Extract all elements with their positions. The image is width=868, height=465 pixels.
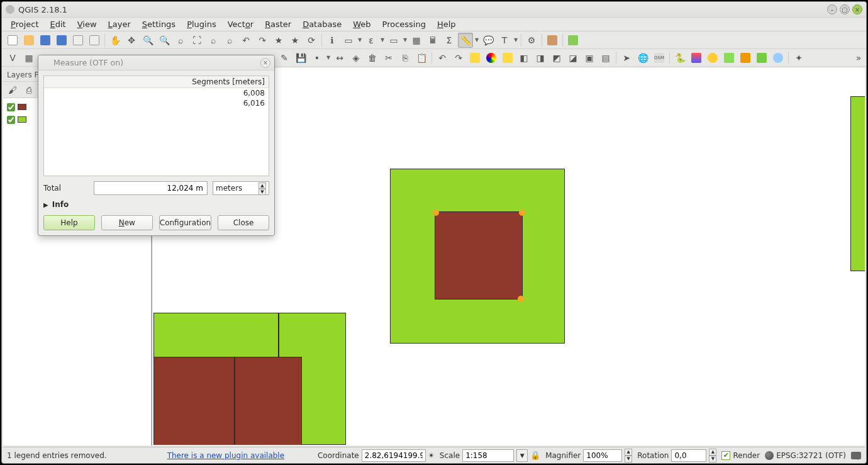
label-icon[interactable] <box>467 50 482 65</box>
close-button[interactable]: Close <box>218 215 269 230</box>
plugin-n-icon[interactable] <box>771 50 786 65</box>
layer-visibility-checkbox[interactable] <box>7 116 15 124</box>
style-manager-icon[interactable]: 🖌 <box>6 84 19 96</box>
statistics-icon[interactable]: Σ <box>442 33 457 48</box>
tool-c-icon[interactable]: ◧ <box>516 50 531 65</box>
layer-visibility-checkbox[interactable] <box>7 103 15 111</box>
style-icon[interactable] <box>484 50 499 65</box>
copy-icon[interactable]: ⎘ <box>398 50 413 65</box>
zoom-full-icon[interactable]: ⛶ <box>189 33 204 48</box>
select-expression-icon[interactable]: ε <box>364 33 379 48</box>
info-expander[interactable]: ▶ Info <box>43 200 269 209</box>
new-button[interactable]: New <box>101 215 153 230</box>
deselect-dropdown-icon[interactable]: ▼ <box>402 37 408 43</box>
tool-g-icon[interactable]: ▣ <box>582 50 597 65</box>
menu-raster[interactable]: Raster <box>260 18 296 30</box>
magnifier-spinner[interactable]: ▲▼ <box>625 449 632 462</box>
show-bookmarks-icon[interactable]: ★ <box>287 33 303 48</box>
zoom-last-icon[interactable]: ↶ <box>238 33 253 48</box>
menu-view[interactable]: View <box>72 18 102 30</box>
add-feature-dd-icon[interactable]: ▼ <box>325 55 331 60</box>
measure-icon[interactable]: 📏 <box>458 33 473 48</box>
label2-icon[interactable] <box>500 50 515 65</box>
refresh-icon[interactable]: ⟳ <box>304 33 319 48</box>
redo-icon[interactable]: ↷ <box>451 50 466 65</box>
new-project-icon[interactable] <box>5 33 20 48</box>
unit-select[interactable]: meters ▲▼ <box>213 181 269 195</box>
annotation-dropdown-icon[interactable]: ▼ <box>513 37 519 43</box>
zoom-native-icon[interactable]: ⌕ <box>173 33 188 48</box>
tool-f-icon[interactable]: ◪ <box>565 50 581 65</box>
plugin-b-icon[interactable] <box>565 33 581 48</box>
select-icon[interactable]: ▭ <box>341 33 356 48</box>
zoom-layer-icon[interactable]: ⌕ <box>222 33 237 48</box>
identify-icon[interactable]: ℹ <box>325 33 340 48</box>
field-calculator-icon[interactable]: 🖩 <box>425 33 440 48</box>
text-annotation-icon[interactable]: T <box>497 33 512 48</box>
toolbar-overflow-icon[interactable]: » <box>854 53 864 63</box>
rotation-input[interactable] <box>671 449 706 462</box>
close-window-button[interactable]: × <box>852 4 862 14</box>
toggle-editing-icon[interactable]: ✎ <box>277 50 292 65</box>
toggle-extents-icon[interactable]: ✴ <box>428 451 435 460</box>
plugin-l-icon[interactable] <box>738 50 753 65</box>
menu-help[interactable]: Help <box>432 18 461 30</box>
cut-icon[interactable]: ✂ <box>381 50 396 65</box>
add-feature-icon[interactable]: • <box>309 50 325 65</box>
select-expr-dropdown-icon[interactable]: ▼ <box>379 37 386 43</box>
menu-processing[interactable]: Processing <box>377 18 431 30</box>
configuration-button[interactable]: Configuration <box>159 215 211 230</box>
select-dropdown-icon[interactable]: ▼ <box>357 37 363 43</box>
coordinate-input[interactable] <box>362 449 426 462</box>
menu-web[interactable]: Web <box>348 18 376 30</box>
rotation-spinner[interactable]: ▲▼ <box>709 449 716 462</box>
crs-icon[interactable] <box>765 451 774 460</box>
menu-database[interactable]: Database <box>298 18 347 30</box>
plugin-arrow-icon[interactable]: ➤ <box>619 50 634 65</box>
minimize-button[interactable]: – <box>827 4 837 14</box>
tool-h-icon[interactable]: ▤ <box>598 50 613 65</box>
tool-d-icon[interactable]: ◨ <box>533 50 548 65</box>
plugin-a-icon[interactable] <box>545 33 560 48</box>
menu-plugins[interactable]: Plugins <box>182 18 221 30</box>
new-bookmark-icon[interactable]: ★ <box>271 33 286 48</box>
scale-dropdown-icon[interactable]: ▼ <box>516 449 528 462</box>
plugin-osm-icon[interactable]: OSM <box>652 50 667 65</box>
menu-edit[interactable]: Edit <box>45 18 71 30</box>
render-checkbox[interactable]: ✔ <box>721 451 730 460</box>
measure-dropdown-icon[interactable]: ▼ <box>474 37 480 43</box>
open-attribute-table-icon[interactable]: ▦ <box>409 33 424 48</box>
pan-to-selection-icon[interactable]: ✥ <box>124 33 139 48</box>
zoom-next-icon[interactable]: ↷ <box>255 33 270 48</box>
composer-manager-icon[interactable] <box>87 33 102 48</box>
scale-lock-icon[interactable]: 🔒 <box>530 451 540 460</box>
plugin-available-link[interactable]: There is a new plugin available <box>167 451 284 460</box>
processing-toolbox-icon[interactable]: ⚙ <box>524 33 539 48</box>
python-console-icon[interactable]: 🐍 <box>672 50 687 65</box>
menu-settings[interactable]: Settings <box>137 18 181 30</box>
magnifier-input[interactable] <box>583 449 622 462</box>
zoom-in-icon[interactable]: 🔍 <box>140 33 155 48</box>
plugin-j-icon[interactable] <box>705 50 720 65</box>
deselect-icon[interactable]: ▭ <box>386 33 401 48</box>
menu-vector[interactable]: Vector <box>223 18 259 30</box>
undo-icon[interactable]: ↶ <box>435 50 450 65</box>
map-tips-icon[interactable]: 💬 <box>481 33 496 48</box>
move-feature-icon[interactable]: ↔ <box>332 50 347 65</box>
dialog-close-button[interactable]: × <box>260 58 270 68</box>
pan-icon[interactable]: ✋ <box>108 33 123 48</box>
save-project-icon[interactable] <box>38 33 53 48</box>
tool-e-icon[interactable]: ◩ <box>549 50 564 65</box>
plugin-i-icon[interactable] <box>689 50 704 65</box>
scale-input[interactable] <box>462 449 514 462</box>
zoom-out-icon[interactable]: 🔍 <box>157 33 172 48</box>
zoom-selection-icon[interactable]: ⌕ <box>206 33 221 48</box>
maximize-button[interactable]: ▢ <box>840 4 850 14</box>
messages-icon[interactable] <box>851 452 861 459</box>
save-edits-icon[interactable]: 💾 <box>293 50 308 65</box>
open-project-icon[interactable] <box>21 33 36 48</box>
add-vector-icon[interactable]: V <box>5 50 20 65</box>
plugin-m-icon[interactable] <box>754 50 769 65</box>
paste-icon[interactable]: 📋 <box>414 50 429 65</box>
plugin-globe-icon[interactable]: 🌐 <box>635 50 650 65</box>
